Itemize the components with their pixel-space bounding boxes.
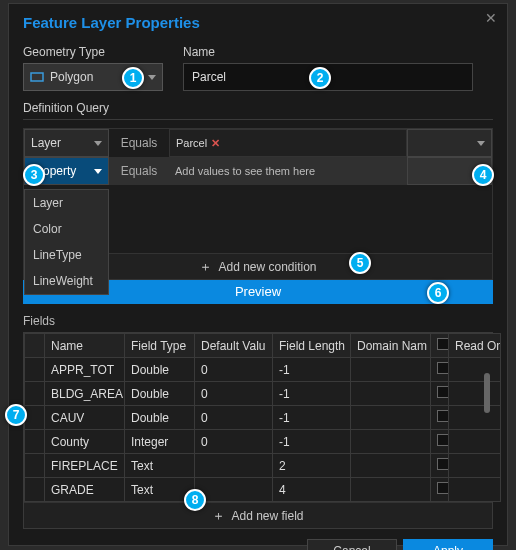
query-type-dropdown: Layer Color LineType LineWeight (24, 189, 109, 295)
callout-badge-3: 3 (23, 164, 45, 186)
geometry-type-value: Polygon (50, 70, 93, 84)
query-extra-select[interactable] (407, 129, 492, 157)
query-type-select[interactable]: Layer (24, 129, 109, 157)
plus-icon: ＋ (199, 258, 212, 276)
cell-default: 0 (195, 358, 273, 382)
query-value-input[interactable]: Add values to see them here (169, 157, 407, 185)
chevron-down-icon (148, 75, 156, 80)
svg-rect-0 (31, 73, 43, 81)
cell-domain (351, 454, 431, 478)
checkbox-icon[interactable] (437, 386, 449, 398)
chevron-down-icon (94, 169, 102, 174)
table-row[interactable]: APPR_TOTDouble0-1 (25, 358, 501, 382)
cell-domain (351, 358, 431, 382)
cell-default: 0 (195, 406, 273, 430)
cell-readonly[interactable] (431, 406, 449, 430)
cell-name: FIREPLACE (45, 454, 125, 478)
checkbox-icon[interactable] (437, 434, 449, 446)
checkbox-icon[interactable] (437, 338, 449, 350)
cell-name: BLDG_AREA (45, 382, 125, 406)
cell-readonly[interactable] (431, 478, 449, 502)
query-row: Layer Equals Parcel✕ (24, 129, 492, 157)
query-value-input[interactable]: Parcel✕ (169, 129, 407, 157)
geometry-type-label: Geometry Type (23, 45, 163, 59)
cell-default (195, 454, 273, 478)
col-name[interactable]: Name (45, 334, 125, 358)
cell-domain (351, 430, 431, 454)
cell-readonly[interactable] (431, 430, 449, 454)
cell-domain (351, 382, 431, 406)
callout-badge-5: 5 (349, 252, 371, 274)
dropdown-option[interactable]: LineType (25, 242, 108, 268)
query-tag: Parcel (176, 137, 207, 149)
dialog-footer: Cancel Apply (23, 539, 493, 550)
query-operator: Equals (109, 157, 169, 185)
callout-badge-2: 2 (309, 67, 331, 89)
fields-heading: Fields (23, 314, 493, 328)
col-read-only[interactable]: Read On (449, 334, 501, 358)
name-input-value: Parcel (192, 70, 226, 84)
callout-badge-8: 8 (184, 489, 206, 511)
cell-type: Text (125, 454, 195, 478)
callout-badge-1: 1 (122, 67, 144, 89)
close-icon[interactable]: ✕ (485, 10, 497, 26)
query-type-value: Layer (31, 136, 61, 150)
callout-badge-4: 4 (472, 164, 494, 186)
dropdown-option[interactable]: Layer (25, 190, 108, 216)
feature-layer-properties-dialog: Feature Layer Properties ✕ Geometry Type… (8, 3, 508, 546)
cell-readonly[interactable] (431, 382, 449, 406)
cell-default: 0 (195, 430, 273, 454)
dropdown-option[interactable]: LineWeight (25, 268, 108, 294)
preview-label: Preview (235, 284, 281, 299)
cell-domain (351, 406, 431, 430)
col-field-type[interactable]: Field Type (125, 334, 195, 358)
dropdown-option[interactable]: Color (25, 216, 108, 242)
checkbox-icon[interactable] (437, 458, 449, 470)
scrollbar-thumb[interactable] (484, 373, 490, 413)
add-field-button[interactable]: ＋ Add new field (24, 502, 492, 528)
cell-readonly[interactable] (431, 358, 449, 382)
query-placeholder: Add values to see them here (175, 165, 315, 177)
cell-default (195, 478, 273, 502)
cell-length: -1 (273, 406, 351, 430)
apply-button[interactable]: Apply (403, 539, 493, 550)
add-field-label: Add new field (231, 509, 303, 523)
query-operator: Equals (109, 129, 169, 157)
cell-name: CAUV (45, 406, 125, 430)
checkbox-icon[interactable] (437, 362, 449, 374)
cell-length: -1 (273, 430, 351, 454)
fields-table: Name Field Type Default Valu Field Lengt… (24, 333, 501, 502)
cancel-button[interactable]: Cancel (307, 539, 397, 550)
checkbox-icon[interactable] (437, 410, 449, 422)
cell-length: -1 (273, 382, 351, 406)
plus-icon: ＋ (212, 507, 225, 525)
chevron-down-icon (94, 141, 102, 146)
name-label: Name (183, 45, 473, 59)
checkbox-icon[interactable] (437, 482, 449, 494)
col-field-length[interactable]: Field Length (273, 334, 351, 358)
col-readonly-check[interactable] (431, 334, 449, 358)
cell-name: APPR_TOT (45, 358, 125, 382)
definition-query-heading: Definition Query (23, 101, 493, 120)
col-domain-name[interactable]: Domain Nam (351, 334, 431, 358)
dialog-title: Feature Layer Properties (23, 14, 493, 31)
fields-table-wrap: Name Field Type Default Valu Field Lengt… (23, 332, 493, 529)
callout-badge-6: 6 (427, 282, 449, 304)
table-row[interactable]: GRADEText4 (25, 478, 501, 502)
cell-type: Double (125, 406, 195, 430)
cell-readonly[interactable] (431, 454, 449, 478)
cell-name: County (45, 430, 125, 454)
cell-type: Double (125, 382, 195, 406)
table-row[interactable]: BLDG_AREADouble0-1 (25, 382, 501, 406)
add-condition-label: Add new condition (218, 260, 316, 274)
table-row[interactable]: CountyInteger0-1 (25, 430, 501, 454)
chevron-down-icon (477, 141, 485, 146)
cell-type: Double (125, 358, 195, 382)
table-header-row: Name Field Type Default Valu Field Lengt… (25, 334, 501, 358)
table-row[interactable]: FIREPLACEText2 (25, 454, 501, 478)
cell-default: 0 (195, 382, 273, 406)
query-row: Property Equals Add values to see them h… (24, 157, 492, 185)
col-default-value[interactable]: Default Valu (195, 334, 273, 358)
table-row[interactable]: CAUVDouble0-1 (25, 406, 501, 430)
remove-tag-icon[interactable]: ✕ (211, 137, 220, 150)
